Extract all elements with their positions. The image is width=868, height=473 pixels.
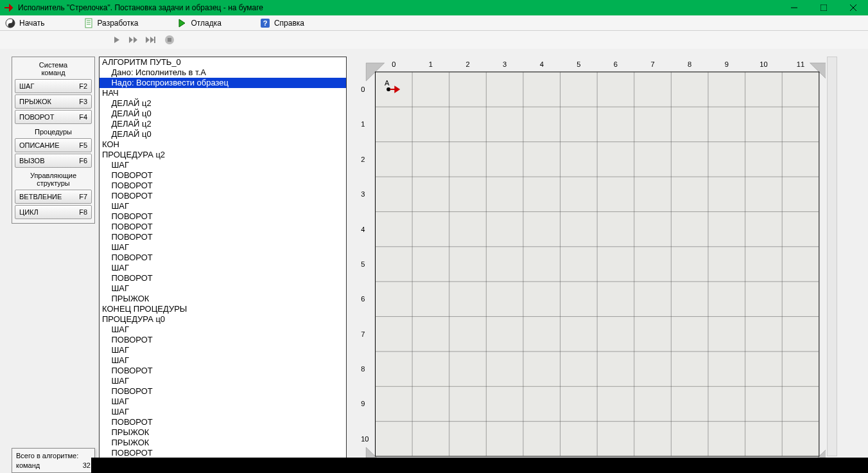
svg-text:3: 3 (503, 60, 507, 68)
svg-text:0: 0 (392, 60, 395, 68)
stop-button[interactable] (163, 33, 176, 46)
code-line[interactable]: НАЧ (100, 88, 346, 98)
code-line[interactable]: ДЕЛАЙ ц0 (100, 129, 346, 139)
svg-text:1: 1 (429, 60, 433, 68)
code-line[interactable]: ШАГ (100, 201, 346, 211)
code-line[interactable]: ШАГ (100, 325, 346, 335)
svg-text:11: 11 (797, 60, 804, 68)
svg-text:8: 8 (361, 365, 365, 373)
svg-rect-11 (154, 37, 155, 43)
svg-rect-1 (820, 4, 827, 11)
minimize-button[interactable] (779, 0, 809, 15)
svg-text:?: ? (263, 19, 268, 27)
svg-text:A: A (385, 79, 390, 87)
svg-text:9: 9 (725, 60, 729, 68)
help-icon: ? (260, 18, 270, 28)
code-editor[interactable]: АЛГОРИТМ ПУТЬ_0 Дано: Исполнитель в т.A … (99, 57, 347, 461)
code-line[interactable]: ШАГ (100, 242, 346, 253)
proc-описание[interactable]: ОПИСАНИЕF5 (15, 138, 92, 152)
svg-text:6: 6 (361, 295, 365, 303)
fast-forward-button[interactable] (127, 33, 140, 46)
ctrl-ветвление[interactable]: ВЕТВЛЕНИЕF7 (15, 190, 92, 204)
cmd-прыжок[interactable]: ПРЫЖОКF3 (15, 94, 92, 109)
ctrl-title: Управляющие структуры (15, 169, 92, 188)
menu-start[interactable]: Начать (5, 18, 45, 28)
proc-вызов[interactable]: ВЫЗОВF6 (15, 154, 92, 168)
code-line[interactable]: АЛГОРИТМ ПУТЬ_0 (100, 57, 346, 67)
code-line[interactable]: ПОВОРОТ (100, 366, 346, 376)
maximize-button[interactable] (809, 0, 838, 15)
svg-text:10: 10 (361, 435, 369, 443)
svg-text:2: 2 (465, 60, 469, 68)
app-arrow-icon (4, 3, 14, 13)
taskbar[interactable] (91, 458, 868, 473)
code-line[interactable]: ДЕЛАЙ ц2 (100, 119, 346, 129)
menu-debug[interactable]: Отладка (177, 18, 221, 28)
svg-rect-13 (168, 38, 171, 42)
code-line[interactable]: ПРЫЖОК (100, 294, 346, 304)
code-line[interactable]: ШАГ (100, 345, 346, 355)
svg-text:9: 9 (361, 400, 365, 408)
code-line[interactable]: КОН (100, 139, 346, 150)
yinyang-icon (5, 18, 15, 28)
close-button[interactable] (838, 0, 868, 15)
svg-text:4: 4 (540, 60, 544, 68)
code-line[interactable]: ПОВОРОТ (100, 232, 346, 242)
status-line1: Всего в алгоритме: (16, 451, 91, 460)
play-button[interactable] (110, 33, 123, 46)
code-line[interactable]: ПРЫЖОК (100, 427, 346, 438)
grid-canvas[interactable]: 01234567891011012345678910A (356, 57, 826, 467)
svg-text:1: 1 (361, 121, 365, 129)
code-line[interactable]: ПОВОРОТ (100, 417, 346, 427)
code-line[interactable]: ДЕЛАЙ ц2 (100, 98, 346, 109)
code-line[interactable]: ПОВОРОТ (100, 191, 346, 201)
code-line[interactable]: ШАГ (100, 397, 346, 407)
code-line[interactable]: ПОВОРОТ (100, 181, 346, 191)
vertical-scrollbar[interactable] (827, 57, 837, 456)
code-line[interactable]: ПРОЦЕДУРА ц2 (100, 150, 346, 160)
cmd-поворот[interactable]: ПОВОРОТF4 (15, 110, 92, 124)
svg-text:2: 2 (361, 156, 365, 163)
code-line[interactable]: ПОВОРОТ (100, 448, 346, 458)
code-line[interactable]: Дано: Исполнитель в т.A (100, 67, 346, 78)
svg-text:7: 7 (361, 330, 365, 338)
code-line[interactable]: ДЕЛАЙ ц0 (100, 109, 346, 119)
code-line[interactable]: ШАГ (100, 160, 346, 170)
taskbar-right[interactable] (817, 458, 868, 473)
cmd-шаг[interactable]: ШАГF2 (15, 79, 92, 93)
code-line[interactable]: ПОВОРОТ (100, 170, 346, 181)
code-line[interactable]: ПОВОРОТ (100, 211, 346, 222)
menu-help[interactable]: ? Справка (260, 18, 304, 28)
document-icon (83, 18, 94, 28)
code-line[interactable]: ПРОЦЕДУРА ц0 (100, 314, 346, 325)
svg-text:10: 10 (759, 60, 767, 68)
status-cmd-label: команд (16, 461, 40, 470)
menu-help-label: Справка (274, 19, 304, 28)
code-line[interactable]: ПРЫЖОК (100, 438, 346, 448)
code-line[interactable]: ШАГ (100, 407, 346, 417)
menu-start-label: Начать (19, 19, 45, 28)
skip-button[interactable] (144, 33, 157, 46)
svg-text:5: 5 (577, 60, 580, 68)
playback-toolbar (0, 31, 868, 49)
code-line[interactable]: ШАГ (100, 376, 346, 386)
svg-text:0: 0 (361, 85, 365, 93)
code-line[interactable]: ПОВОРОТ (100, 222, 346, 232)
code-line[interactable]: КОНЕЦ ПРОЦЕДУРЫ (100, 304, 346, 314)
code-line[interactable]: ШАГ (100, 355, 346, 366)
code-line[interactable]: ПОВОРОТ (100, 386, 346, 397)
code-line[interactable]: ШАГ (100, 283, 346, 294)
menu-dev[interactable]: Разработка (83, 18, 139, 28)
code-line[interactable]: ПОВОРОТ (100, 253, 346, 263)
proc-title: Процедуры (15, 125, 92, 137)
title-bar: Исполнитель "Стрелочка". Постановка зада… (0, 0, 868, 15)
svg-text:3: 3 (361, 190, 365, 198)
main-toolbar: Начать Разработка Отладка ? Справка (0, 15, 868, 31)
code-line[interactable]: ШАГ (100, 263, 346, 273)
menu-debug-label: Отладка (191, 19, 221, 28)
ctrl-цикл[interactable]: ЦИКЛF8 (15, 205, 92, 219)
status-panel: Всего в алгоритме: команд 32 (12, 448, 95, 473)
code-line[interactable]: ПОВОРОТ (100, 273, 346, 283)
code-line[interactable]: Надо: Воспроизвести образец (100, 78, 346, 88)
code-line[interactable]: ПОВОРОТ (100, 335, 346, 345)
